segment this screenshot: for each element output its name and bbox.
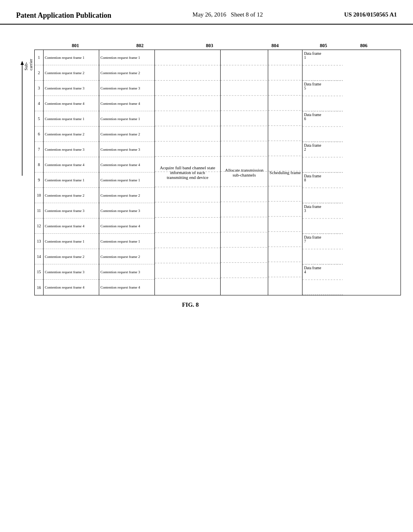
col-label-801: 801 [43, 43, 108, 49]
row-numbers: 12345678910111213141516 [35, 50, 44, 295]
col802-cell-1: Contention request frame 1 [99, 50, 154, 65]
col801-cell-13: Contention request frame 1 [44, 234, 99, 249]
col806-cell-6: Data frame3 [302, 203, 343, 234]
row-num-7: 7 [35, 142, 43, 157]
patent-number: US 2016/0150565 A1 [344, 11, 397, 18]
col806-cell-8: Data frame4 [302, 264, 343, 295]
col-803-text: Acquire full band channel state informat… [155, 50, 220, 295]
diagram: Sub-carrier 801 802 803 804 805 806 1234… [12, 37, 401, 308]
col806-cell-1: Data frame1 [302, 50, 343, 81]
col-804-text: Allocate transmission sub-channels [221, 50, 268, 295]
col-804-data: Allocate transmission sub-channels [221, 50, 268, 295]
column-labels: 801 802 803 804 805 806 [34, 43, 401, 49]
col802-cell-9: Contention request frame 1 [99, 172, 154, 188]
col-label-803: 803 [172, 43, 247, 49]
row-num-9: 9 [35, 172, 43, 188]
col802-cell-7: Contention request frame 3 [99, 142, 154, 157]
col802-cell-2: Contention request frame 2 [99, 65, 154, 81]
sheet-info: Sheet 8 of 12 [231, 11, 263, 18]
row-num-2: 2 [35, 65, 43, 81]
main-content: Sub-carrier 801 802 803 804 805 806 1234… [0, 25, 413, 316]
col-802-data: Contention request frame 1Contention req… [99, 50, 155, 295]
col801-cell-10: Contention request frame 2 [44, 188, 99, 203]
row-num-6: 6 [35, 127, 43, 142]
data-grid: 12345678910111213141516 Contention reque… [34, 50, 401, 295]
col801-cell-4: Contention request frame 4 [44, 96, 99, 111]
col802-cell-8: Contention request frame 4 [99, 157, 154, 172]
col806-cell-7: Data frame7 [302, 234, 343, 264]
header-center: May 26, 2016 Sheet 8 of 12 [192, 11, 263, 18]
col801-cell-3: Contention request frame 3 [44, 81, 99, 96]
row-num-5: 5 [35, 111, 43, 127]
col802-cell-13: Contention request frame 1 [99, 234, 154, 249]
col802-cell-12: Contention request frame 4 [99, 218, 154, 234]
col-label-802: 802 [108, 43, 172, 49]
col806-cell-5: Data frame8 [302, 172, 343, 203]
col-label-805: 805 [303, 43, 344, 49]
col802-cell-15: Contention request frame 3 [99, 264, 154, 280]
page-header: Patent Application Publication May 26, 2… [0, 0, 413, 25]
col802-cell-10: Contention request frame 2 [99, 188, 154, 203]
col-801-data: Contention request frame 1Contention req… [44, 50, 99, 295]
col806-cell-2: Data frame5 [302, 81, 343, 111]
col801-cell-11: Contention request frame 3 [44, 203, 99, 218]
col801-cell-15: Contention request frame 3 [44, 264, 99, 280]
publication-title: Patent Application Publication [16, 11, 111, 20]
subcarrier-label: Sub-carrier [23, 59, 33, 71]
subcarrier-arrow-icon [18, 59, 26, 180]
col801-cell-8: Contention request frame 4 [44, 157, 99, 172]
col802-cell-3: Contention request frame 3 [99, 81, 154, 96]
row-num-16: 16 [35, 280, 43, 295]
row-num-1: 1 [35, 50, 43, 65]
row-num-3: 3 [35, 81, 43, 96]
col-805-text: Scheduling frame [268, 50, 302, 295]
row-num-10: 10 [35, 188, 43, 203]
col802-cell-14: Contention request frame 2 [99, 249, 154, 264]
col801-cell-7: Contention request frame 3 [44, 142, 99, 157]
col801-cell-9: Contention request frame 1 [44, 172, 99, 188]
col-803-data: Acquire full band channel state informat… [155, 50, 221, 295]
row-num-12: 12 [35, 218, 43, 234]
col802-cell-16: Contention request frame 4 [99, 280, 154, 295]
row-num-11: 11 [35, 203, 43, 218]
col801-cell-12: Contention request frame 4 [44, 218, 99, 234]
col806-cell-4: Data frame2 [302, 142, 343, 172]
col801-cell-6: Contention request frame 2 [44, 127, 99, 142]
col-label-804: 804 [247, 43, 303, 49]
col801-cell-5: Contention request frame 1 [44, 111, 99, 127]
col-805-data: Scheduling frame [268, 50, 302, 295]
row-num-8: 8 [35, 157, 43, 172]
col801-cell-1: Contention request frame 1 [44, 50, 99, 65]
col801-cell-2: Contention request frame 2 [44, 65, 99, 81]
col802-cell-6: Contention request frame 2 [99, 127, 154, 142]
col-label-806: 806 [344, 43, 384, 49]
col802-cell-4: Contention request frame 4 [99, 96, 154, 111]
pub-date: May 26, 2016 [192, 11, 226, 18]
row-num-4: 4 [35, 96, 43, 111]
fig-label: FIG. 8 [12, 301, 369, 308]
row-num-15: 15 [35, 264, 43, 280]
col802-cell-11: Contention request frame 3 [99, 203, 154, 218]
col-806-data: Data frame1Data frame5Data frame6Data fr… [302, 50, 343, 295]
row-num-14: 14 [35, 249, 43, 264]
col801-cell-14: Contention request frame 2 [44, 249, 99, 264]
col801-cell-16: Contention request frame 4 [44, 280, 99, 295]
col806-cell-3: Data frame6 [302, 111, 343, 142]
row-num-13: 13 [35, 234, 43, 249]
col802-cell-5: Contention request frame 1 [99, 111, 154, 127]
grid-wrapper: 801 802 803 804 805 806 1234567891011121… [34, 43, 401, 295]
